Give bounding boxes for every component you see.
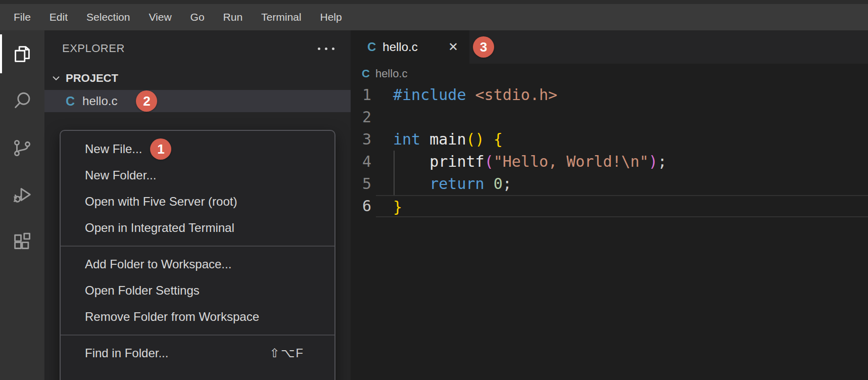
menu-bar: FileEditSelectionViewGoRunTerminalHelp (0, 0, 868, 30)
annotation-badge-3: 3 (473, 36, 494, 58)
code-line-2[interactable]: 2 (351, 106, 868, 128)
ellipsis-icon (332, 48, 334, 50)
menu-separator (61, 246, 334, 247)
c-file-icon: C (362, 67, 370, 80)
context-menu-item-new-file[interactable]: New File...1 (61, 136, 334, 162)
line-number: 2 (351, 106, 376, 128)
code-line-6[interactable]: 6} (351, 195, 868, 217)
file-label: hello.c (82, 94, 117, 108)
menu-item-label: New File... (85, 142, 142, 156)
menu-help[interactable]: Help (320, 11, 342, 23)
line-content: printf("Hello, World!\n"); (376, 151, 868, 173)
line-content: #include <stdio.h> (376, 84, 868, 106)
line-number: 5 (351, 173, 376, 195)
breadcrumb-file[interactable]: hello.c (375, 67, 408, 80)
line-content: } (376, 195, 868, 217)
more-actions-button[interactable] (317, 44, 335, 53)
line-number: 4 (351, 151, 376, 173)
menu-item-label: New Folder... (85, 168, 156, 182)
code-editor[interactable]: 1#include <stdio.h>23int main() {4 print… (351, 84, 868, 217)
code-line-3[interactable]: 3int main() { (351, 128, 868, 151)
line-number: 1 (351, 84, 376, 106)
menu-go[interactable]: Go (190, 11, 205, 23)
menu-terminal[interactable]: Terminal (261, 11, 301, 23)
context-menu-item-find-in-folder[interactable]: Find in Folder...⇧⌥F (61, 340, 334, 366)
activity-item-extensions[interactable] (0, 218, 44, 265)
tab-hello-c[interactable]: C hello.c ✕ (351, 30, 469, 64)
ellipsis-icon (325, 48, 327, 50)
line-number: 6 (351, 195, 376, 217)
activity-item-source-control[interactable] (0, 124, 44, 171)
activity-item-run-debug[interactable] (0, 171, 44, 218)
menu-item-label: Find in Folder... (85, 346, 168, 360)
line-number: 3 (351, 128, 376, 151)
menu-item-shortcut: ⇧⌥F (270, 346, 304, 360)
activity-bar (0, 30, 44, 380)
activity-item-search[interactable] (0, 77, 44, 124)
context-menu-item-add-folder-to-workspace[interactable]: Add Folder to Workspace... (61, 251, 334, 277)
explorer-header: EXPLORER (44, 30, 351, 67)
menu-item-label: Open Folder Settings (85, 283, 200, 298)
tab-title: hello.c (382, 40, 417, 54)
c-file-icon: C (367, 40, 376, 54)
context-menu-item-open-with-five-server-root[interactable]: Open with Five Server (root) (61, 188, 334, 215)
chevron-down-icon (51, 73, 62, 84)
git-branch-icon (11, 136, 34, 160)
menu-run[interactable]: Run (223, 11, 243, 23)
line-content (376, 106, 868, 128)
menu-item-label: Add Folder to Workspace... (85, 257, 231, 271)
search-icon (11, 89, 34, 113)
line-content: int main() { (376, 128, 868, 151)
line-content: return 0; (376, 173, 868, 195)
menu-item-label: Open in Integrated Terminal (85, 221, 234, 235)
menu-view[interactable]: View (149, 11, 171, 23)
menu-edit[interactable]: Edit (50, 11, 68, 23)
menu-file[interactable]: File (14, 11, 31, 23)
menu-separator (61, 335, 334, 336)
file-row-hello-c[interactable]: C hello.c 2 (44, 90, 351, 112)
vscode-window: FileEditSelectionViewGoRunTerminalHelp (0, 0, 868, 380)
explorer-title: EXPLORER (62, 42, 125, 55)
menu-item-label: Open with Five Server (root) (85, 195, 237, 209)
context-menu-item-open-folder-settings[interactable]: Open Folder Settings (61, 277, 334, 304)
annotation-badge-2: 2 (136, 90, 157, 112)
annotation-badge-1: 1 (150, 138, 171, 160)
play-bug-icon (11, 183, 34, 207)
activity-item-explorer[interactable] (0, 30, 44, 77)
extensions-icon (11, 230, 34, 254)
tab-close-icon[interactable]: ✕ (448, 41, 458, 53)
context-menu-item-open-in-integrated-terminal[interactable]: Open in Integrated Terminal (61, 215, 334, 241)
files-icon (11, 42, 34, 66)
context-menu-item-new-folder[interactable]: New Folder... (61, 162, 334, 188)
ellipsis-icon (318, 48, 320, 50)
menu-item-label: Remove Folder from Workspace (85, 310, 259, 324)
code-line-1[interactable]: 1#include <stdio.h> (351, 84, 868, 106)
tab-bar: C hello.c ✕ 3 (351, 30, 868, 64)
menu-bar-items: FileEditSelectionViewGoRunTerminalHelp (14, 4, 342, 30)
context-menu-item-remove-folder-from-workspace[interactable]: Remove Folder from Workspace (61, 304, 334, 330)
menu-selection[interactable]: Selection (86, 11, 130, 23)
section-label: PROJECT (66, 72, 118, 85)
editor-group: C hello.c ✕ 3 C hello.c 1#include <stdio… (351, 30, 868, 380)
sidebar-section-project[interactable]: PROJECT (44, 67, 351, 90)
code-line-4[interactable]: 4 printf("Hello, World!\n"); (351, 151, 868, 173)
breadcrumb: C hello.c (351, 64, 868, 84)
c-file-icon: C (66, 94, 75, 109)
indent-guide (394, 151, 395, 195)
explorer-context-menu: New File...1New Folder...Open with Five … (60, 130, 335, 380)
code-line-5[interactable]: 5 return 0; (351, 173, 868, 195)
